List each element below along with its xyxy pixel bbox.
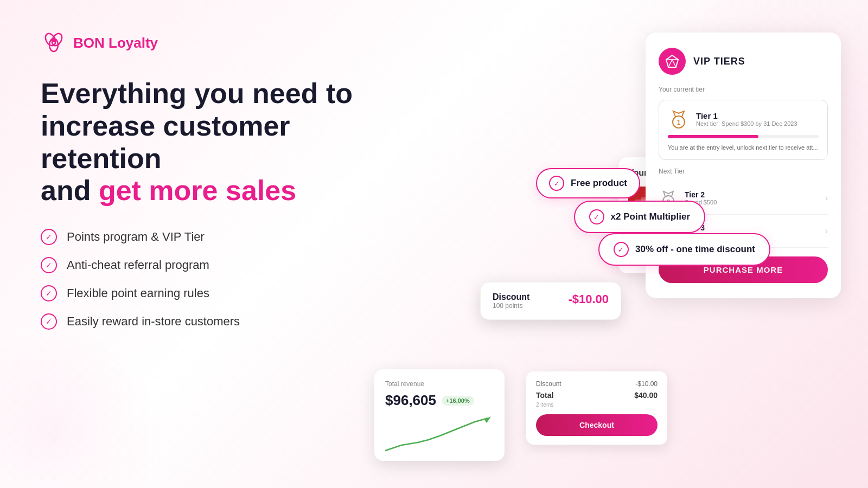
left-section: BON Loyalty Everything you need to incre…: [41, 30, 410, 330]
checkout-discount-row: Discount -$10.00: [536, 380, 658, 388]
vip-diamond-icon: [659, 48, 686, 75]
checkout-discount-label: Discount: [536, 380, 561, 388]
feature-list: ✓ Points program & VIP Tier ✓ Anti-cheat…: [41, 229, 410, 330]
check-icon-2: ✓: [41, 257, 57, 273]
feature-item-2: ✓ Anti-cheat referral program: [41, 257, 410, 273]
feature-item-4: ✓ Easily reward in-store customers: [41, 313, 410, 330]
svg-text:1: 1: [677, 119, 681, 126]
checkout-card: Discount -$10.00 Total $40.00 2 items Ch…: [526, 371, 667, 445]
revenue-card: Total revenue $96,605 +16,00%: [374, 369, 505, 461]
discount-points: 100 points: [493, 302, 529, 310]
logo-area: BON Loyalty: [41, 30, 410, 56]
revenue-chart: [385, 415, 494, 453]
free-product-label: Free product: [571, 178, 627, 189]
bon-loyalty-logo-icon: [41, 30, 67, 56]
tier3-name: Tier 3: [685, 223, 825, 232]
vip-header: VIP TIERS: [659, 48, 828, 75]
revenue-amount: $96,605: [385, 392, 436, 409]
feature-item-3: ✓ Flexible point earning rules: [41, 285, 410, 301]
hero-accent: get more sales: [99, 175, 296, 206]
revenue-amount-row: $96,605 +16,00%: [385, 392, 494, 409]
checkout-button[interactable]: Checkout: [536, 414, 658, 436]
tier1-subtitle: Next tier: Spend $300 by 31 Dec 2023: [696, 120, 797, 127]
feature-text-2: Anti-cheat referral program: [67, 258, 209, 272]
svg-line-7: [672, 60, 676, 67]
checkout-total-label: Total: [536, 391, 553, 400]
feature-text-3: Flexible point earning rules: [67, 286, 209, 300]
tier1-progress-bar: [668, 135, 819, 138]
checkout-total-value: $40.00: [634, 391, 658, 400]
tier1-name: Tier 1: [696, 111, 797, 120]
checkout-items-count: 2 items: [536, 402, 658, 408]
tier3-chevron-icon: ›: [825, 226, 828, 236]
tier2-info: Tier 2 Spend $500: [685, 190, 825, 206]
feature-text-4: Easily reward in-store customers: [67, 314, 240, 329]
tier2-name: Tier 2: [685, 190, 825, 199]
revenue-label: Total revenue: [385, 380, 494, 388]
thirty-percent-check-icon: ✓: [614, 242, 629, 257]
x2-label: x2 Point Multiplier: [611, 211, 690, 222]
tier2-spend: Spend $500: [685, 199, 825, 206]
current-tier-label: Your current tier: [659, 86, 828, 93]
next-tier-section-label: Next Tier: [659, 168, 828, 175]
discount-label: Discount: [493, 292, 529, 302]
svg-marker-4: [666, 55, 678, 67]
feature-text-1: Points program & VIP Tier: [67, 230, 205, 244]
tier1-medal-icon: 1: [668, 108, 690, 130]
check-icon-3: ✓: [41, 285, 57, 301]
thirty-percent-badge: ✓ 30% off - one time discount: [598, 233, 770, 266]
checkout-discount-value: -$10.00: [635, 380, 658, 388]
x2-check-icon: ✓: [589, 209, 604, 224]
svg-marker-24: [484, 416, 491, 423]
x2-multiplier-badge: ✓ x2 Point Multiplier: [574, 201, 705, 233]
svg-line-6: [668, 60, 672, 67]
thirty-percent-label: 30% off - one time discount: [635, 244, 755, 255]
vip-title: VIP TIERS: [693, 56, 745, 67]
feature-item-1: ✓ Points program & VIP Tier: [41, 229, 410, 245]
hero-heading: Everything you need to increase customer…: [41, 78, 410, 207]
tier2-chevron-icon: ›: [825, 193, 828, 203]
free-product-check-icon: ✓: [549, 176, 564, 191]
tier1-box: 1 Tier 1 Next tier: Spend $300 by 31 Dec…: [659, 100, 828, 160]
discount-amount: -$10.00: [568, 292, 609, 306]
svg-point-3: [52, 39, 55, 42]
revenue-badge: +16,00%: [442, 396, 474, 406]
hero-line1: Everything you need to: [41, 78, 353, 109]
check-icon-4: ✓: [41, 313, 57, 330]
discount-bubble: Discount 100 points -$10.00: [480, 282, 621, 320]
tier1-progress-fill: [668, 135, 758, 138]
hero-line3-prefix: and: [41, 175, 99, 206]
brand-name: BON Loyalty: [73, 35, 158, 52]
hero-line2: increase customer retention: [41, 110, 290, 174]
tier1-description: You are at the entry level, unlock next …: [668, 144, 819, 152]
check-icon-1: ✓: [41, 229, 57, 245]
checkout-total-row: Total $40.00: [536, 391, 658, 400]
free-product-badge: ✓ Free product: [536, 168, 640, 198]
